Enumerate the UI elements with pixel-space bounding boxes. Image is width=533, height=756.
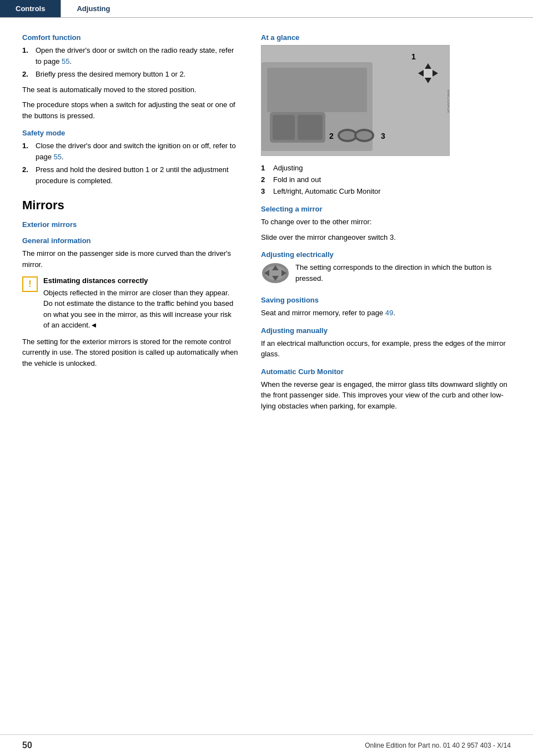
comfort-para-2: The procedure stops when a switch for ad… [22,99,239,121]
svg-text:2: 2 [329,132,334,140]
link-49-saving[interactable]: 49 [385,309,393,317]
exterior-para: The setting for the exterior mirrors is … [22,336,239,369]
tab-adjusting[interactable]: Adjusting [61,0,125,17]
comfort-step-2: 2. Briefly press the desired memory butt… [22,69,239,80]
comfort-function-heading: Comfort function [22,33,239,42]
safety-step-2: 2. Press and hold the desired button 1 o… [22,164,239,186]
saving-para: Seat and mirror memory, refer to page 49… [261,308,511,319]
legend-item-2: 2 Fold in and out [261,174,511,186]
comfort-para-1: The seat is automatically moved to the s… [22,84,239,95]
adjusting-elec-para: The setting corresponds to the direction… [295,262,511,284]
safety-mode-heading: Safety mode [22,129,239,137]
at-glance-heading: At a glance [261,33,511,42]
svg-rect-11 [424,69,433,78]
adjusting-manual-heading: Adjusting manually [261,326,511,335]
warning-text-content: Estimating distances correctly Objects r… [43,275,239,331]
warning-box: ! Estimating distances correctly Objects… [22,275,239,331]
link-55-safety[interactable]: 55 [54,153,62,161]
svg-point-16 [356,131,372,140]
svg-rect-5 [298,115,323,140]
legend-item-1: 1 Adjusting [261,163,511,174]
elec-button-icon [261,262,290,286]
auto-curb-heading: Automatic Curb Monitor [261,367,511,376]
warning-icon: ! [22,276,38,292]
svg-point-14 [340,131,355,140]
saving-positions-heading: Saving positions [261,296,511,304]
general-information-heading: General information [22,236,239,245]
elec-adjust-row: The setting corresponds to the direction… [261,262,511,288]
mirror-diagram-image: 1 2 3 [261,45,450,156]
comfort-steps-list: 1. Open the driver's door or switch on t… [22,45,239,80]
footer-text: Online Edition for Part no. 01 40 2 957 … [365,742,511,749]
safety-steps-list: 1. Close the driver's door and switch th… [22,140,239,186]
exterior-mirrors-heading: Exterior mirrors [22,220,239,229]
safety-step-1: 1. Close the driver's door and switch th… [22,140,239,162]
auto-curb-para: When the reverse gear is engaged, the mi… [261,379,511,412]
page-number: 50 [22,740,32,750]
comfort-step-1: 1. Open the driver's door or switch on t… [22,45,239,67]
svg-text:3: 3 [381,132,385,140]
page-footer: 50 Online Edition for Part no. 01 40 2 9… [0,734,533,756]
legend-item-3: 3 Left/right, Automatic Curb Monitor [261,186,511,198]
svg-text:MWC05041A: MWC05041A [447,89,450,113]
selecting-mirror-heading: Selecting a mirror [261,205,511,213]
selecting-para-1: To change over to the other mirror: [261,216,511,228]
svg-text:1: 1 [411,52,416,61]
link-55-comfort[interactable]: 55 [62,57,69,65]
mirrors-heading: Mirrors [22,198,239,213]
mirror-legend: 1 Adjusting 2 Fold in and out 3 Left/rig… [261,163,511,197]
right-column: At a glance 1 [255,33,511,416]
tab-controls[interactable]: Controls [0,0,61,17]
adjusting-elec-heading: Adjusting electrically [261,250,511,259]
left-column: Comfort function 1. Open the driver's do… [22,33,255,416]
general-para: The mirror on the passenger side is more… [22,248,239,270]
warning-title: Estimating distances correctly [43,275,239,286]
adjusting-manual-para: If an electrical malfunction occurs, for… [261,338,511,360]
mirror-diagram-inner: 1 2 3 [262,46,449,155]
page-header: Controls Adjusting [0,0,533,18]
mirror-diagram-svg: 1 2 3 [262,46,450,156]
main-content: Comfort function 1. Open the driver's do… [0,18,533,438]
svg-rect-4 [273,115,295,140]
svg-rect-2 [267,68,367,112]
selecting-para-2: Slide over the mirror changeover switch … [261,232,511,243]
